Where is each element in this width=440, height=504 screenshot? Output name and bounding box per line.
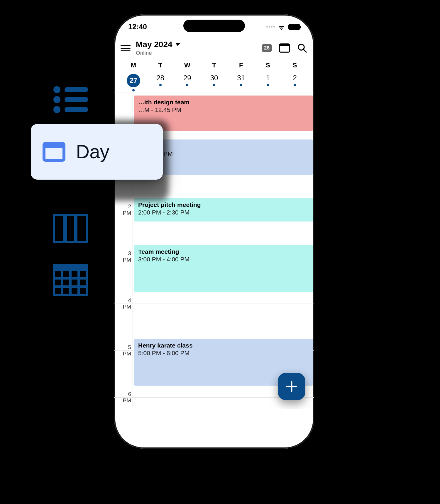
cellular-icon (266, 26, 275, 28)
svg-point-0 (53, 86, 60, 93)
agenda-view-icon[interactable] (53, 85, 88, 114)
status-time: 12:40 (128, 23, 147, 31)
date-cell[interactable]: 29 (174, 72, 201, 91)
view-mode-icon[interactable] (279, 43, 290, 53)
header-subtitle: Online (136, 50, 256, 56)
calendar-event[interactable]: Project pitch meeting2:00 PM - 2:30 PM (134, 198, 313, 222)
event-title: Project pitch meeting (138, 201, 309, 209)
weekday-label: T (201, 62, 228, 69)
hour-label: 4PM (114, 297, 131, 310)
phone-frame: 12:40 May 2024 Online 26 (110, 10, 318, 453)
weekday-label: M (120, 62, 147, 69)
date-cell[interactable]: 2 (281, 72, 308, 91)
weekday-label: S (255, 62, 282, 69)
app-header: May 2024 Online 26 (114, 35, 314, 59)
weekday-label: T (147, 62, 174, 69)
header-title: May 2024 (136, 40, 172, 49)
event-title: Henry karate class (138, 342, 309, 349)
event-time: …M - 12:45 PM (138, 106, 309, 114)
month-picker[interactable]: May 2024 (136, 40, 256, 49)
svg-point-4 (53, 106, 60, 113)
date-cell[interactable]: 30 (201, 72, 228, 91)
date-strip: 27 28 29 30 31 1 2 (114, 71, 314, 93)
weekday-strip: M T W T F S S (114, 59, 314, 71)
battery-icon (288, 24, 300, 30)
day-view-icon (43, 142, 65, 162)
hour-label: 6PM (114, 391, 131, 404)
event-title: Team meeting (138, 248, 309, 256)
event-time: 2:00 PM - 2:30 PM (138, 209, 309, 216)
calendar-event[interactable]: Team meeting3:00 PM - 4:00 PM (134, 245, 313, 292)
svg-rect-10 (53, 264, 87, 271)
hamburger-icon[interactable] (121, 45, 131, 51)
date-cell[interactable]: 28 (147, 72, 174, 91)
view-selector-rail (53, 85, 88, 296)
chevron-down-icon (175, 43, 180, 46)
wifi-icon (278, 24, 285, 30)
hour-label: 5PM (114, 344, 131, 357)
weekday-label: F (228, 62, 255, 69)
date-cell[interactable]: 27 (120, 72, 147, 91)
hour-label: 3PM (114, 250, 131, 263)
svg-rect-5 (65, 107, 88, 112)
day-view-selector[interactable]: Day (31, 124, 163, 180)
weekday-label: S (281, 62, 308, 69)
event-time: 5:00 PM - 6:00 PM (138, 349, 309, 357)
add-event-button[interactable] (278, 373, 305, 400)
svg-rect-1 (65, 87, 88, 92)
event-title: …ith design team (138, 98, 309, 106)
month-view-icon[interactable] (53, 264, 88, 296)
event-time: 3:00 PM - 4:00 PM (138, 256, 309, 263)
day-view-label: Day (76, 141, 109, 163)
week-view-icon[interactable] (53, 214, 88, 243)
weekday-label: W (174, 62, 201, 69)
svg-rect-6 (53, 214, 87, 243)
plus-icon (285, 380, 298, 393)
today-button[interactable]: 26 (262, 44, 272, 52)
svg-rect-3 (65, 97, 88, 102)
date-cell[interactable]: 31 (228, 72, 255, 91)
search-icon[interactable] (297, 43, 307, 53)
svg-rect-17 (280, 44, 290, 46)
date-cell[interactable]: 1 (255, 72, 282, 91)
hour-label: 2PM (114, 203, 131, 216)
svg-point-2 (53, 96, 60, 103)
svg-line-19 (304, 50, 306, 52)
dynamic-island (183, 20, 245, 32)
